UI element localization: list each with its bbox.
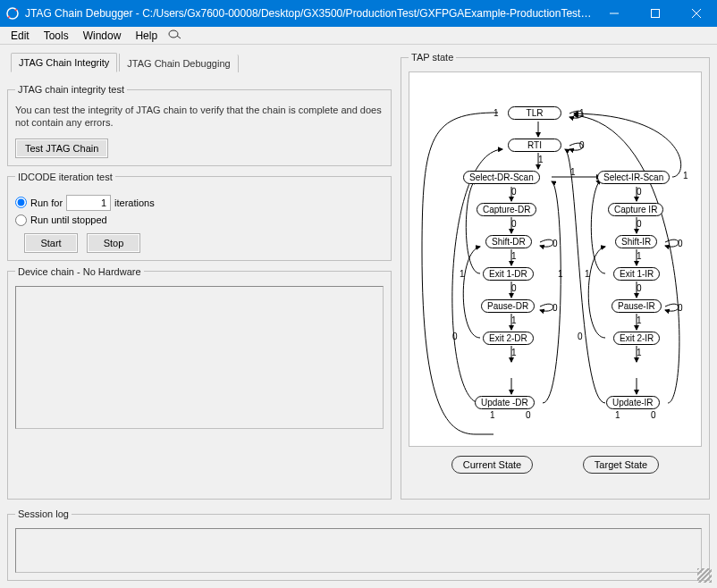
session-log-legend: Session log [15,508,72,519]
edge-label: 1 [585,269,590,279]
device-chain-legend: Device chain - No Hardware [15,266,144,277]
tab-integrity[interactable]: JTAG Chain Integrity [11,53,117,72]
edge-label: 0 [511,187,517,197]
edge-label: 1 [511,348,517,357]
node-update-ir: Update-IR [606,396,660,409]
edge-label: 0 [578,332,583,341]
edge-label: 0 [637,283,642,293]
node-exit2-dr: Exit 2-DR [483,332,534,345]
edge-label: 0 [678,303,683,313]
edge-label: 1 [493,108,499,118]
session-log-area [15,528,702,573]
stop-button[interactable]: Stop [87,233,140,253]
menu-tools[interactable]: Tools [37,28,76,44]
titlebar[interactable]: JTAG Chain Debugger - C:/Users/Gx7600-00… [0,0,717,27]
node-tlr: TLR [508,106,561,120]
integrity-desc: You can test the integrity of JTAG chain… [15,104,384,130]
tab-debugging[interactable]: JTAG Chain Debugging [120,55,238,72]
node-select-ir: Select-IR-Scan [597,171,670,184]
edge-label: 0 [526,410,531,420]
start-button[interactable]: Start [24,233,78,253]
maximize-button[interactable] [635,0,676,27]
tap-state-group: TAP state [401,52,710,500]
integrity-legend: JTAG chain integrity test [15,84,127,95]
session-log-group: Session log [7,508,710,581]
integrity-group: JTAG chain integrity test You can test t… [7,84,392,166]
edge-label: 1 [579,108,585,118]
menu-help[interactable]: Help [128,28,164,44]
iterations-label: iterations [114,197,155,208]
edge-label: 0 [511,283,517,293]
content-area: JTAG Chain Integrity JTAG Chain Debuggin… [0,45,717,588]
menu-edit[interactable]: Edit [4,28,37,44]
node-shift-ir: Shift-IR [615,235,657,248]
test-jtag-chain-button[interactable]: Test JTAG Chain [15,139,108,158]
node-capture-ir: Capture IR [608,203,663,216]
run-until-radio[interactable] [15,214,27,226]
tap-diagram: TLR RTI Select-DR-Scan Capture-DR Shift-… [409,71,702,447]
node-rti: RTI [508,139,561,152]
edge-label: 1 [460,269,465,279]
edge-label: 0 [553,303,558,313]
resize-grip[interactable] [697,568,712,583]
edge-label: 1 [637,251,642,261]
edge-label: 0 [452,332,458,341]
close-button[interactable] [676,0,717,27]
edge-label: 0 [651,410,656,420]
node-shift-dr: Shift-DR [485,235,532,248]
run-until-label: Run until stopped [30,214,107,225]
node-capture-dr: Capture-DR [477,203,536,216]
tap-state-legend: TAP state [409,52,456,63]
svg-rect-1 [652,10,660,18]
node-pause-ir: Pause-IR [612,299,662,313]
menubar: Edit Tools Window Help [0,27,717,45]
node-exit2-ir: Exit 2-IR [613,332,660,345]
svg-point-2 [169,30,178,38]
node-update-dr: Update -DR [475,396,535,409]
edge-label: 1 [683,171,688,181]
edge-label: 0 [511,219,517,229]
node-pause-dr: Pause-DR [481,299,535,313]
menu-window[interactable]: Window [76,28,129,44]
edge-label: 1 [637,315,642,325]
tab-strip: JTAG Chain Integrity JTAG Chain Debuggin… [7,52,392,71]
edge-label: 1 [558,269,563,279]
node-select-dr: Select-DR-Scan [463,171,540,184]
edge-label: 1 [615,410,620,420]
idcode-legend: IDCODE iteration test [15,172,115,182]
edge-label: 1 [637,348,642,357]
edge-label: 1 [511,315,517,325]
edge-label: 0 [678,239,683,248]
edge-label: 1 [538,155,544,164]
device-chain-group: Device chain - No Hardware [7,266,392,500]
edge-label: 1 [570,167,576,177]
minimize-button[interactable] [594,0,635,27]
edge-label: 0 [579,140,585,150]
target-state-button[interactable]: Target State [583,456,659,474]
app-icon [5,6,20,21]
window-title: JTAG Chain Debugger - C:/Users/Gx7600-00… [25,7,594,20]
node-exit1-ir: Exit 1-IR [613,267,660,281]
search-icon[interactable] [168,28,182,43]
edge-label: 0 [637,187,642,197]
current-state-button[interactable]: Current State [451,456,533,474]
node-exit1-dr: Exit 1-DR [483,267,534,281]
run-for-label: Run for [30,197,63,208]
edge-label: 0 [553,239,558,248]
edge-label: 1 [490,410,495,420]
tap-arrows [409,72,701,446]
device-chain-area [15,286,384,429]
iterations-input[interactable] [66,195,111,211]
idcode-group: IDCODE iteration test Run for iterations… [7,172,392,261]
run-for-radio[interactable] [15,197,27,208]
edge-label: 1 [511,251,517,261]
edge-label: 0 [637,219,642,229]
